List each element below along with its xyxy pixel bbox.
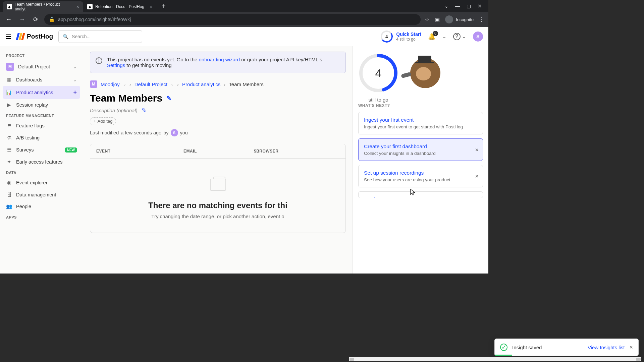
breadcrumb-project[interactable]: Default Project (135, 81, 167, 87)
search-input[interactable]: 🔍 Search... (58, 30, 142, 43)
close-icon[interactable]: × (475, 173, 479, 180)
sidebar-item-surveys[interactable]: ☰ Surveys NEW (3, 144, 80, 156)
whats-next-heading: WHAT'S NEXT? (358, 103, 483, 108)
task-card-dashboard[interactable]: Create your first dashboard Collect your… (358, 138, 483, 161)
tab-bar: ◆ Team Members • Product analyt × ◆ Rete… (0, 0, 488, 12)
sidebar-item-label: Feature flags (16, 123, 45, 128)
sidebar-item-label: Default Project (18, 64, 50, 69)
help-icon[interactable]: ? (453, 33, 461, 40)
close-icon[interactable]: × (150, 4, 152, 9)
column-header-email[interactable]: EMAIL (177, 144, 248, 158)
task-card-recordings[interactable]: Set up session recordings See how your u… (358, 165, 483, 187)
sidebar-item-feature-flags[interactable]: ⚑ Feature flags (3, 120, 80, 132)
quick-start-widget[interactable]: 4 Quick Start 4 still to go (381, 31, 421, 43)
sidebar-section-project: PROJECT (3, 51, 80, 60)
sidebar-section-data: DATA (3, 168, 80, 177)
avatar[interactable]: S (473, 32, 483, 42)
task-card-ingest[interactable]: Ingest your first event Ingest your firs… (358, 112, 483, 134)
breadcrumb-current: Team Members (229, 81, 263, 87)
forward-button[interactable]: → (17, 16, 27, 23)
sidebar-item-data-management[interactable]: 🗄 Data management (3, 189, 80, 200)
chevron-down-icon[interactable]: ⌄ (171, 82, 174, 86)
app-root: ☰ PostHog 🔍 Search... 4 Quick Start 4 st… (0, 27, 488, 274)
sparkle-icon: ✦ (6, 159, 12, 165)
incognito-indicator[interactable]: Incognito (445, 15, 474, 23)
tab-title: Retention - Docs - PostHog (95, 4, 144, 9)
minimize-icon[interactable]: ― (455, 3, 460, 9)
empty-title: There are no matching events for thi (97, 201, 339, 210)
incognito-icon (445, 15, 453, 23)
nav-bar: ← → ⟳ 🔒 app.posthog.com/insights/IhfeoWk… (0, 12, 488, 27)
quick-start-panel: 4 still to go WHAT'S NEXT? Ingest your f… (353, 46, 488, 274)
sidebar-section-feature: FEATURE MANAGEMENT (3, 111, 80, 120)
new-tab-button[interactable]: + (159, 2, 168, 11)
sidebar-item-dashboards[interactable]: ▦ Dashboards ⌄ (3, 74, 80, 86)
chevron-down-icon[interactable]: ⌄ (442, 33, 446, 40)
tab-title: Team Members • Product analyt (15, 2, 71, 11)
analytics-icon: 📊 (6, 89, 12, 96)
description-field[interactable]: Description (optional) ✎ (90, 107, 346, 114)
quick-start-title: Quick Start (396, 32, 421, 37)
survey-icon: ☰ (6, 147, 12, 153)
chevron-down-icon[interactable]: ⌄ (462, 33, 466, 40)
menu-toggle-icon[interactable]: ☰ (5, 33, 11, 41)
star-icon[interactable]: ☆ (425, 16, 429, 23)
sidebar-item-session-replay[interactable]: ▶ Session replay (3, 99, 80, 111)
quick-start-subtitle: 4 still to go (396, 37, 421, 42)
close-window-icon[interactable]: ✕ (478, 3, 482, 9)
task-title: Create your first dashboard (364, 143, 477, 149)
replay-icon: ▶ (6, 102, 12, 108)
maximize-icon[interactable]: ▢ (467, 3, 471, 9)
notifications-button[interactable]: 🔔 0 (428, 33, 435, 40)
sidebar-item-label: Event explorer (16, 180, 48, 185)
browser-tab[interactable]: ◆ Retention - Docs - PostHog × (83, 1, 156, 12)
new-badge: NEW (65, 147, 77, 153)
search-placeholder: Search... (72, 34, 91, 39)
close-icon[interactable]: × (475, 146, 479, 153)
dashboard-icon: ▦ (6, 77, 12, 83)
browser-tab-active[interactable]: ◆ Team Members • Product analyt × (3, 1, 83, 12)
back-button[interactable]: ← (4, 16, 13, 23)
url-bar[interactable]: 🔒 app.posthog.com/insights/IhfeoWkj (44, 14, 421, 25)
chevron-right-icon: › (177, 81, 179, 87)
extensions-icon[interactable]: ▣ (435, 16, 440, 23)
menu-icon[interactable]: ⋮ (479, 16, 484, 23)
sidebar-item-people[interactable]: 👥 People (3, 200, 80, 213)
sidebar-item-product-analytics[interactable]: 📊 Product analytics + (3, 86, 80, 99)
live-icon: ◉ (6, 180, 12, 186)
sidebar-item-event-explorer[interactable]: ◉ Event explorer (3, 177, 80, 189)
task-card-custom-events[interactable]: Track custom events (358, 191, 483, 198)
column-header-event[interactable]: EVENT (90, 144, 177, 158)
info-banner: i This project has no events yet. Go to … (90, 52, 346, 73)
favicon-icon: ◆ (7, 4, 12, 9)
brand-name: PostHog (27, 33, 53, 40)
edit-icon[interactable]: ✎ (141, 107, 146, 114)
close-icon[interactable]: × (76, 4, 79, 9)
sidebar-item-label: Data management (16, 192, 56, 197)
chevron-right-icon: › (224, 81, 225, 87)
banner-text: or grab your project API key/HTML s (240, 57, 322, 62)
sidebar-item-label: Early access features (16, 159, 63, 165)
onboarding-link[interactable]: onboarding wizard (199, 57, 240, 62)
progress-ring-icon: 4 (380, 29, 394, 44)
sidebar-item-ab-testing[interactable]: ⚗ A/B testing (3, 132, 80, 144)
search-icon: 🔍 (63, 34, 68, 39)
task-desc: Collect your insights in a dashboard (364, 151, 477, 156)
chevron-down-icon: ⌄ (73, 77, 77, 82)
add-tag-button[interactable]: +Add tag (90, 117, 116, 125)
browser-chrome: ◆ Team Members • Product analyt × ◆ Rete… (0, 0, 488, 27)
breadcrumb-org[interactable]: Moodjoy (101, 81, 120, 87)
column-header-browser[interactable]: $BROWSER (248, 144, 345, 158)
sidebar-item-early-access[interactable]: ✦ Early access features (3, 156, 80, 168)
edit-icon[interactable]: ✎ (166, 95, 171, 102)
logo[interactable]: PostHog (17, 33, 53, 40)
chevron-down-icon[interactable]: ⌄ (444, 3, 448, 9)
chevron-down-icon[interactable]: ⌄ (123, 82, 126, 86)
reload-button[interactable]: ⟳ (31, 16, 40, 23)
settings-link[interactable]: Settings (107, 62, 125, 68)
plus-icon[interactable]: + (73, 89, 77, 96)
banner-text: This project has no events yet. Go to th… (107, 57, 199, 62)
breadcrumb-section[interactable]: Product analytics (182, 81, 220, 87)
flag-icon: ⚑ (6, 123, 12, 129)
sidebar-item-project[interactable]: M Default Project ⌄ (3, 60, 80, 74)
